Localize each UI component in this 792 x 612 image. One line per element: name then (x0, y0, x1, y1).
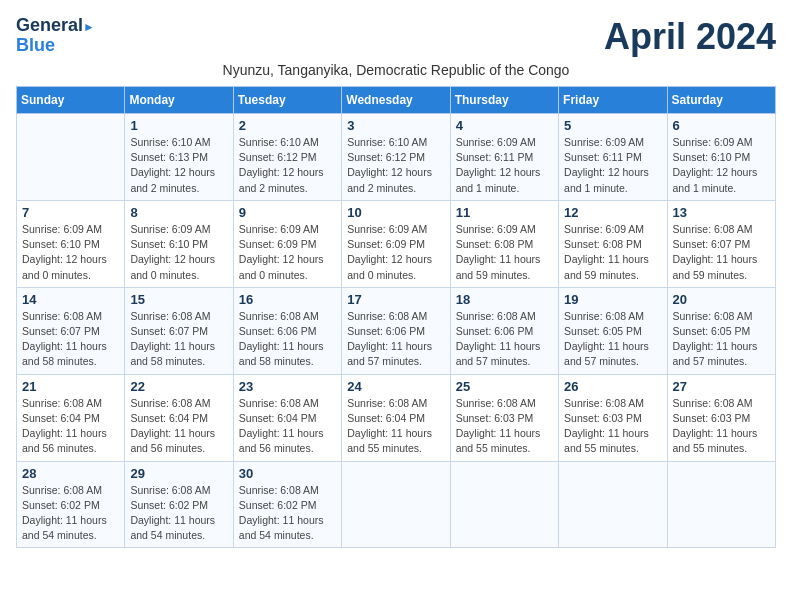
day-cell (667, 461, 775, 548)
day-cell: 18Sunrise: 6:08 AMSunset: 6:06 PMDayligh… (450, 287, 558, 374)
day-number: 22 (130, 379, 227, 394)
col-header-thursday: Thursday (450, 87, 558, 114)
day-cell: 30Sunrise: 6:08 AMSunset: 6:02 PMDayligh… (233, 461, 341, 548)
day-number: 2 (239, 118, 336, 133)
logo: General► Blue (16, 16, 95, 56)
day-number: 26 (564, 379, 661, 394)
col-header-sunday: Sunday (17, 87, 125, 114)
calendar-table: SundayMondayTuesdayWednesdayThursdayFrid… (16, 86, 776, 548)
day-info: Sunrise: 6:10 AMSunset: 6:13 PMDaylight:… (130, 135, 227, 196)
day-cell: 8Sunrise: 6:09 AMSunset: 6:10 PMDaylight… (125, 200, 233, 287)
day-cell: 3Sunrise: 6:10 AMSunset: 6:12 PMDaylight… (342, 114, 450, 201)
day-info: Sunrise: 6:08 AMSunset: 6:02 PMDaylight:… (130, 483, 227, 544)
day-info: Sunrise: 6:09 AMSunset: 6:08 PMDaylight:… (456, 222, 553, 283)
day-number: 30 (239, 466, 336, 481)
day-cell: 12Sunrise: 6:09 AMSunset: 6:08 PMDayligh… (559, 200, 667, 287)
day-cell: 7Sunrise: 6:09 AMSunset: 6:10 PMDaylight… (17, 200, 125, 287)
day-cell: 21Sunrise: 6:08 AMSunset: 6:04 PMDayligh… (17, 374, 125, 461)
day-info: Sunrise: 6:09 AMSunset: 6:10 PMDaylight:… (22, 222, 119, 283)
day-info: Sunrise: 6:08 AMSunset: 6:03 PMDaylight:… (673, 396, 770, 457)
calendar-header: SundayMondayTuesdayWednesdayThursdayFrid… (17, 87, 776, 114)
day-cell: 17Sunrise: 6:08 AMSunset: 6:06 PMDayligh… (342, 287, 450, 374)
day-cell: 1Sunrise: 6:10 AMSunset: 6:13 PMDaylight… (125, 114, 233, 201)
day-number: 25 (456, 379, 553, 394)
day-cell: 20Sunrise: 6:08 AMSunset: 6:05 PMDayligh… (667, 287, 775, 374)
day-info: Sunrise: 6:09 AMSunset: 6:10 PMDaylight:… (673, 135, 770, 196)
day-number: 5 (564, 118, 661, 133)
col-header-friday: Friday (559, 87, 667, 114)
day-number: 17 (347, 292, 444, 307)
day-number: 23 (239, 379, 336, 394)
day-number: 29 (130, 466, 227, 481)
logo-arrow-icon: ► (83, 20, 95, 34)
day-number: 10 (347, 205, 444, 220)
col-header-monday: Monday (125, 87, 233, 114)
day-info: Sunrise: 6:08 AMSunset: 6:03 PMDaylight:… (564, 396, 661, 457)
day-cell: 23Sunrise: 6:08 AMSunset: 6:04 PMDayligh… (233, 374, 341, 461)
day-cell (559, 461, 667, 548)
day-info: Sunrise: 6:08 AMSunset: 6:05 PMDaylight:… (673, 309, 770, 370)
day-info: Sunrise: 6:08 AMSunset: 6:07 PMDaylight:… (22, 309, 119, 370)
week-row-1: 1Sunrise: 6:10 AMSunset: 6:13 PMDaylight… (17, 114, 776, 201)
week-row-4: 21Sunrise: 6:08 AMSunset: 6:04 PMDayligh… (17, 374, 776, 461)
day-number: 20 (673, 292, 770, 307)
day-info: Sunrise: 6:09 AMSunset: 6:09 PMDaylight:… (347, 222, 444, 283)
day-info: Sunrise: 6:09 AMSunset: 6:09 PMDaylight:… (239, 222, 336, 283)
logo-top: General► (16, 16, 95, 36)
day-info: Sunrise: 6:08 AMSunset: 6:07 PMDaylight:… (673, 222, 770, 283)
week-row-3: 14Sunrise: 6:08 AMSunset: 6:07 PMDayligh… (17, 287, 776, 374)
day-number: 6 (673, 118, 770, 133)
day-cell: 27Sunrise: 6:08 AMSunset: 6:03 PMDayligh… (667, 374, 775, 461)
day-info: Sunrise: 6:08 AMSunset: 6:04 PMDaylight:… (239, 396, 336, 457)
day-cell: 24Sunrise: 6:08 AMSunset: 6:04 PMDayligh… (342, 374, 450, 461)
day-cell: 26Sunrise: 6:08 AMSunset: 6:03 PMDayligh… (559, 374, 667, 461)
month-title: April 2024 (604, 16, 776, 58)
logo-general: General (16, 15, 83, 35)
day-info: Sunrise: 6:10 AMSunset: 6:12 PMDaylight:… (239, 135, 336, 196)
day-number: 28 (22, 466, 119, 481)
day-info: Sunrise: 6:08 AMSunset: 6:04 PMDaylight:… (22, 396, 119, 457)
calendar-body: 1Sunrise: 6:10 AMSunset: 6:13 PMDaylight… (17, 114, 776, 548)
day-number: 3 (347, 118, 444, 133)
day-cell: 10Sunrise: 6:09 AMSunset: 6:09 PMDayligh… (342, 200, 450, 287)
day-number: 18 (456, 292, 553, 307)
col-header-wednesday: Wednesday (342, 87, 450, 114)
day-cell: 28Sunrise: 6:08 AMSunset: 6:02 PMDayligh… (17, 461, 125, 548)
header-row: SundayMondayTuesdayWednesdayThursdayFrid… (17, 87, 776, 114)
day-number: 27 (673, 379, 770, 394)
day-number: 19 (564, 292, 661, 307)
day-cell: 15Sunrise: 6:08 AMSunset: 6:07 PMDayligh… (125, 287, 233, 374)
day-number: 16 (239, 292, 336, 307)
day-info: Sunrise: 6:08 AMSunset: 6:06 PMDaylight:… (456, 309, 553, 370)
day-cell: 16Sunrise: 6:08 AMSunset: 6:06 PMDayligh… (233, 287, 341, 374)
col-header-saturday: Saturday (667, 87, 775, 114)
subtitle: Nyunzu, Tanganyika, Democratic Republic … (16, 62, 776, 78)
day-cell: 25Sunrise: 6:08 AMSunset: 6:03 PMDayligh… (450, 374, 558, 461)
day-number: 4 (456, 118, 553, 133)
day-info: Sunrise: 6:08 AMSunset: 6:02 PMDaylight:… (22, 483, 119, 544)
page-header: General► Blue April 2024 (16, 16, 776, 58)
day-cell (342, 461, 450, 548)
day-cell: 19Sunrise: 6:08 AMSunset: 6:05 PMDayligh… (559, 287, 667, 374)
day-info: Sunrise: 6:09 AMSunset: 6:11 PMDaylight:… (564, 135, 661, 196)
day-info: Sunrise: 6:08 AMSunset: 6:04 PMDaylight:… (347, 396, 444, 457)
day-info: Sunrise: 6:08 AMSunset: 6:07 PMDaylight:… (130, 309, 227, 370)
day-info: Sunrise: 6:08 AMSunset: 6:06 PMDaylight:… (347, 309, 444, 370)
logo-blue-text: Blue (16, 36, 55, 56)
day-number: 14 (22, 292, 119, 307)
day-number: 9 (239, 205, 336, 220)
day-info: Sunrise: 6:09 AMSunset: 6:10 PMDaylight:… (130, 222, 227, 283)
col-header-tuesday: Tuesday (233, 87, 341, 114)
day-number: 13 (673, 205, 770, 220)
day-number: 7 (22, 205, 119, 220)
day-cell: 22Sunrise: 6:08 AMSunset: 6:04 PMDayligh… (125, 374, 233, 461)
day-cell: 6Sunrise: 6:09 AMSunset: 6:10 PMDaylight… (667, 114, 775, 201)
day-cell: 11Sunrise: 6:09 AMSunset: 6:08 PMDayligh… (450, 200, 558, 287)
day-cell: 14Sunrise: 6:08 AMSunset: 6:07 PMDayligh… (17, 287, 125, 374)
day-cell: 9Sunrise: 6:09 AMSunset: 6:09 PMDaylight… (233, 200, 341, 287)
day-cell: 5Sunrise: 6:09 AMSunset: 6:11 PMDaylight… (559, 114, 667, 201)
day-cell (450, 461, 558, 548)
day-number: 12 (564, 205, 661, 220)
day-cell: 29Sunrise: 6:08 AMSunset: 6:02 PMDayligh… (125, 461, 233, 548)
day-cell: 2Sunrise: 6:10 AMSunset: 6:12 PMDaylight… (233, 114, 341, 201)
